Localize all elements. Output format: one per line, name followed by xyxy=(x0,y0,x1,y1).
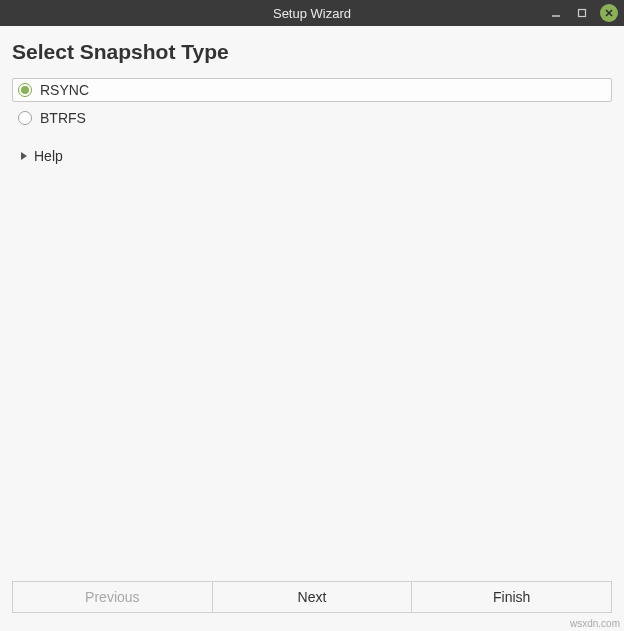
svg-marker-4 xyxy=(21,152,27,160)
radio-icon xyxy=(18,83,32,97)
svg-rect-1 xyxy=(579,10,586,17)
window-title: Setup Wizard xyxy=(273,6,351,21)
close-icon[interactable] xyxy=(600,4,618,22)
wizard-content: Select Snapshot Type RSYNC BTRFS Help xyxy=(0,26,624,563)
snapshot-type-rsync[interactable]: RSYNC xyxy=(12,78,612,102)
help-label: Help xyxy=(34,148,63,164)
next-button[interactable]: Next xyxy=(213,581,413,613)
watermark: wsxdn.com xyxy=(570,618,620,629)
titlebar: Setup Wizard xyxy=(0,0,624,26)
previous-button[interactable]: Previous xyxy=(12,581,213,613)
radio-icon xyxy=(18,111,32,125)
minimize-icon[interactable] xyxy=(548,5,564,21)
chevron-right-icon xyxy=(20,151,28,161)
snapshot-type-btrfs[interactable]: BTRFS xyxy=(12,106,612,130)
option-label: BTRFS xyxy=(40,110,86,126)
page-title: Select Snapshot Type xyxy=(12,40,612,64)
wizard-footer: Previous Next Finish xyxy=(12,581,612,613)
window-controls xyxy=(548,0,618,26)
help-expander[interactable]: Help xyxy=(12,148,612,164)
option-label: RSYNC xyxy=(40,82,89,98)
finish-button[interactable]: Finish xyxy=(412,581,612,613)
maximize-icon[interactable] xyxy=(574,5,590,21)
